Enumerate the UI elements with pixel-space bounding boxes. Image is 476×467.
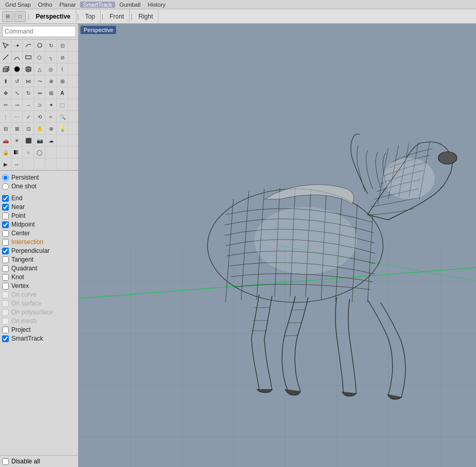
snap-near[interactable]: Near — [2, 203, 76, 211]
rotate-icon[interactable]: ↻ — [45, 40, 57, 51]
rectangle-icon[interactable] — [23, 52, 34, 63]
snap-perpendicular[interactable]: Perpendicular — [2, 247, 76, 254]
fillet-icon[interactable]: ╮ — [45, 52, 57, 63]
persistent-radio[interactable] — [2, 174, 9, 181]
revolve-icon[interactable]: ↺ — [11, 75, 23, 87]
tab-gumball[interactable]: Gumball — [116, 2, 144, 8]
tab-right[interactable]: Right — [133, 9, 158, 24]
dim-icon[interactable]: ↔ — [11, 158, 23, 170]
cloud-icon[interactable]: ☁ — [45, 135, 57, 146]
torus-icon[interactable]: ◎ — [45, 63, 57, 75]
center-checkbox[interactable] — [2, 230, 9, 237]
zoom-icon[interactable]: 🔍 — [57, 111, 68, 122]
curve-icon[interactable] — [23, 40, 34, 51]
snap-project[interactable]: Project — [2, 326, 76, 333]
split-icon[interactable]: ⊸ — [11, 99, 23, 110]
light-icon[interactable]: ☀ — [11, 135, 23, 146]
circle-icon[interactable] — [34, 40, 45, 51]
point-icon[interactable]: ·✦ — [11, 40, 23, 51]
group-icon[interactable]: ⬚ — [57, 99, 68, 110]
snap-midpoint[interactable]: Midpoint — [2, 221, 76, 228]
tab-planar[interactable]: Planar — [56, 2, 79, 8]
render-icon[interactable]: ⬛ — [23, 135, 34, 146]
match-icon[interactable]: ≈ — [45, 111, 57, 122]
loft-icon[interactable]: ⋈ — [23, 75, 34, 87]
snap-quadrant[interactable]: Quadrant — [2, 265, 76, 272]
patch-icon[interactable]: ⊞ — [57, 75, 68, 87]
tab-top[interactable]: Top — [80, 9, 101, 24]
snap2d-icon[interactable]: ⊡ — [57, 40, 68, 51]
point-checkbox[interactable] — [2, 213, 9, 219]
snap-persistent[interactable]: Persistent — [2, 174, 76, 181]
rotate3d-icon[interactable]: ↻ — [23, 87, 34, 99]
disable-all-checkbox[interactable] — [2, 458, 9, 465]
zoom-sel-icon[interactable]: ⊡ — [23, 123, 34, 134]
cam-icon[interactable]: 📷 — [34, 135, 45, 146]
bulb-icon[interactable]: 💡 — [57, 123, 68, 134]
disable-all-area[interactable]: Disable all — [0, 455, 78, 467]
viewport-single-icon[interactable]: □ — [14, 11, 26, 22]
solid-box-icon[interactable] — [0, 63, 11, 75]
snap-oneshot[interactable]: One shot — [2, 183, 76, 190]
snap-vertex[interactable]: Vertex — [2, 282, 76, 289]
end-checkbox[interactable] — [2, 195, 9, 202]
snap-knot[interactable]: Knot — [2, 273, 76, 281]
car-icon[interactable]: 🚗 — [0, 135, 11, 146]
pipe-icon[interactable]: ⌇ — [57, 63, 68, 75]
polygon-icon[interactable]: ⬡ — [34, 52, 45, 63]
text-icon[interactable]: A — [57, 87, 68, 99]
line-icon[interactable] — [0, 52, 11, 63]
arrow-icon[interactable]: ▶ — [0, 158, 11, 170]
move-icon[interactable]: ✥ — [0, 87, 11, 99]
snap-center[interactable]: Center — [2, 230, 76, 237]
ctrl-pts-icon[interactable]: ⋯ — [11, 111, 23, 122]
ring-icon[interactable]: ◯ — [34, 147, 45, 158]
tab-smarttrack[interactable]: SmartTrack — [80, 2, 115, 8]
project-checkbox[interactable] — [2, 327, 9, 333]
snap-intersection[interactable]: Intersection — [2, 238, 76, 246]
check-icon[interactable]: ✓ — [23, 111, 34, 122]
near-checkbox[interactable] — [2, 204, 9, 211]
array-icon[interactable]: ⊞ — [45, 87, 57, 99]
pan-icon[interactable]: ✋ — [34, 123, 45, 134]
command-input[interactable] — [2, 26, 76, 37]
cylinder-icon[interactable] — [23, 63, 34, 75]
tab-gridsnap[interactable]: Grid Snap — [2, 2, 34, 8]
tangent-checkbox[interactable] — [2, 256, 9, 263]
arc-icon[interactable] — [11, 52, 23, 63]
rebuild-icon[interactable]: ⟲ — [34, 111, 45, 122]
layout-icon[interactable]: ⊟ — [0, 123, 11, 134]
explode-icon[interactable]: ✦ — [45, 99, 57, 110]
viewport-area[interactable]: Perspective — [78, 24, 476, 467]
trim-icon[interactable]: ✂ — [0, 99, 11, 110]
points-on-icon[interactable]: ⋮ — [0, 111, 11, 122]
oneshot-radio[interactable] — [2, 183, 9, 190]
extrude-icon[interactable]: ⬆ — [0, 75, 11, 87]
vertex-checkbox[interactable] — [2, 283, 9, 289]
boolean-icon[interactable]: ⊕ — [45, 75, 57, 87]
tab-ortho[interactable]: Ortho — [35, 2, 56, 8]
lock-icon[interactable]: 🔒 — [0, 147, 11, 158]
cone-icon[interactable]: △ — [34, 63, 45, 75]
snap-point[interactable]: Point — [2, 212, 76, 219]
smarttrack-checkbox[interactable] — [2, 335, 9, 342]
gradient-icon[interactable] — [11, 147, 23, 158]
join-icon[interactable]: ⊃ — [34, 99, 45, 110]
perpendicular-checkbox[interactable] — [2, 248, 9, 254]
select-icon[interactable] — [0, 40, 11, 51]
quadrant-checkbox[interactable] — [2, 265, 9, 272]
tab-perspective[interactable]: Perspective — [30, 9, 76, 24]
sphere-icon[interactable] — [11, 63, 23, 75]
tab-front[interactable]: Front — [104, 9, 130, 24]
sphere2-icon[interactable]: ○ — [23, 147, 34, 158]
midpoint-checkbox[interactable] — [2, 221, 9, 228]
tab-history[interactable]: History — [145, 2, 168, 8]
snap-end[interactable]: End — [2, 195, 76, 202]
mirror-icon[interactable]: ⇔ — [34, 87, 45, 99]
snap-smarttrack[interactable]: SmartTrack — [2, 335, 76, 342]
viewport-layout-icon[interactable]: ⊞ — [2, 11, 13, 22]
snap-tangent[interactable]: Tangent — [2, 256, 76, 263]
intersection-checkbox[interactable] — [2, 239, 9, 246]
scale-icon[interactable]: ⤡ — [11, 87, 23, 99]
zoom-all-icon[interactable]: ⊠ — [11, 123, 23, 134]
